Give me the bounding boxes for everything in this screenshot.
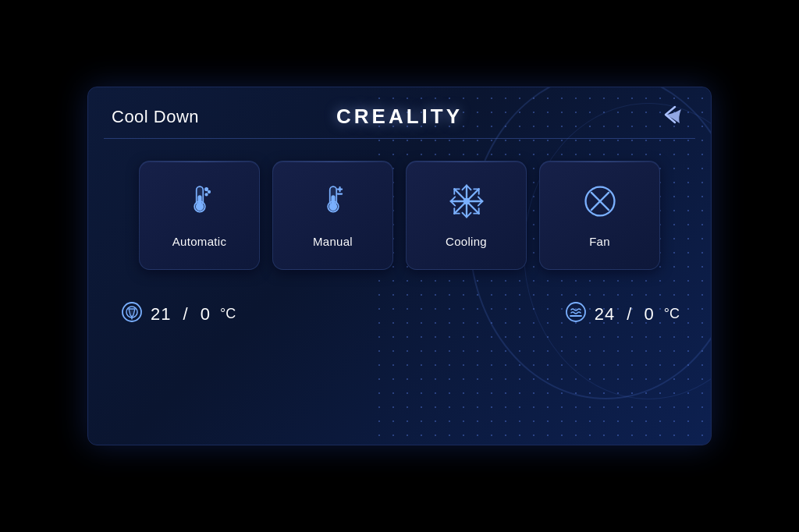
- bed-temp: 24: [595, 304, 615, 325]
- svg-point-41: [566, 303, 585, 321]
- back-button[interactable]: [659, 103, 687, 130]
- header: Cool Down CREALITY: [88, 87, 711, 138]
- control-buttons-area: Automatic Manual: [88, 139, 711, 286]
- nozzle-separator: /: [177, 304, 194, 325]
- fan-button[interactable]: Fan: [539, 161, 660, 270]
- svg-point-3: [196, 204, 203, 211]
- svg-point-4: [204, 188, 207, 190]
- nozzle-temp: 21: [151, 304, 171, 325]
- bed-status: 24 / 0 °C: [563, 300, 680, 328]
- nozzle-status: 21 / 0 °C: [119, 300, 236, 328]
- svg-point-6: [205, 193, 208, 196]
- fan-label: Fan: [589, 235, 610, 248]
- main-screen: Cool Down CREALITY: [87, 87, 712, 445]
- manual-button[interactable]: Manual: [272, 161, 393, 270]
- fan-x-icon: [581, 183, 619, 225]
- svg-point-10: [329, 204, 336, 211]
- brand-logo: CREALITY: [336, 105, 463, 129]
- automatic-label: Automatic: [172, 235, 226, 248]
- nozzle-icon: [119, 300, 144, 328]
- thermometer-manual-icon: [314, 183, 352, 225]
- bed-icon: [563, 300, 588, 328]
- nozzle-unit: °C: [220, 306, 236, 322]
- manual-label: Manual: [313, 235, 353, 248]
- automatic-button[interactable]: Automatic: [139, 161, 260, 270]
- nozzle-target: 0: [201, 304, 211, 325]
- snowflake-icon: [448, 183, 485, 225]
- thermometer-auto-icon: [181, 183, 218, 225]
- back-arrow-icon: [659, 103, 687, 126]
- bed-target: 0: [645, 304, 655, 325]
- page-title: Cool Down: [112, 107, 199, 127]
- status-bar: 21 / 0 °C 24 / 0 °C: [88, 293, 711, 335]
- bed-unit: °C: [664, 306, 680, 322]
- cooling-label: Cooling: [446, 235, 487, 248]
- svg-point-5: [208, 191, 210, 193]
- bed-separator: /: [621, 304, 637, 325]
- svg-point-34: [463, 199, 468, 204]
- cooling-button[interactable]: Cooling: [406, 161, 527, 270]
